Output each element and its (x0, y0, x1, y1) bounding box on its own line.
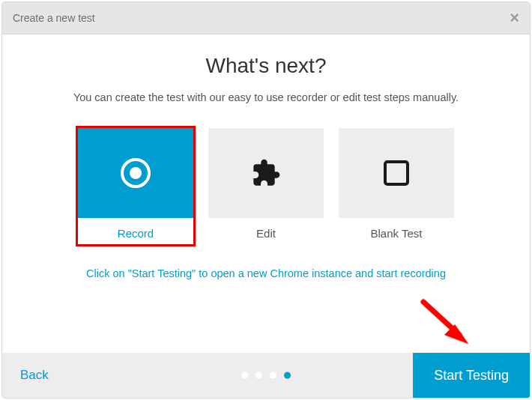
start-testing-button[interactable]: Start Testing (413, 353, 530, 398)
modal-footer: Back Start Testing (2, 353, 530, 398)
step-dot (241, 372, 248, 379)
record-icon (118, 156, 153, 190)
modal-header: Create a new test × (2, 2, 530, 34)
page-heading: What's next? (32, 54, 500, 78)
option-record-tile (78, 128, 193, 218)
option-edit[interactable]: Edit (206, 126, 326, 246)
puzzle-icon (251, 158, 281, 188)
back-button[interactable]: Back (2, 353, 67, 398)
close-icon[interactable]: × (510, 10, 519, 26)
option-group: Record Edit Blank Test (32, 126, 500, 246)
option-record[interactable]: Record (76, 126, 196, 246)
step-indicator (241, 372, 291, 379)
modal-body: What's next? You can create the test wit… (2, 34, 530, 353)
step-dot (270, 372, 276, 379)
option-blank-label: Blank Test (336, 227, 456, 240)
option-edit-tile (208, 128, 324, 218)
square-icon (381, 158, 411, 188)
option-blank-tile (339, 128, 454, 218)
step-dot-active (284, 372, 291, 379)
option-record-label: Record (78, 227, 193, 240)
svg-point-1 (130, 167, 142, 179)
modal-dialog: Create a new test × What's next? You can… (1, 1, 531, 399)
svg-rect-2 (385, 162, 408, 184)
option-edit-label: Edit (206, 227, 326, 240)
page-subheading: You can create the test with our easy to… (32, 90, 500, 106)
option-blank[interactable]: Blank Test (336, 126, 456, 246)
step-dot (256, 372, 262, 379)
hint-text: Click on "Start Testing" to open a new C… (32, 267, 500, 279)
modal-title: Create a new test (13, 12, 95, 24)
